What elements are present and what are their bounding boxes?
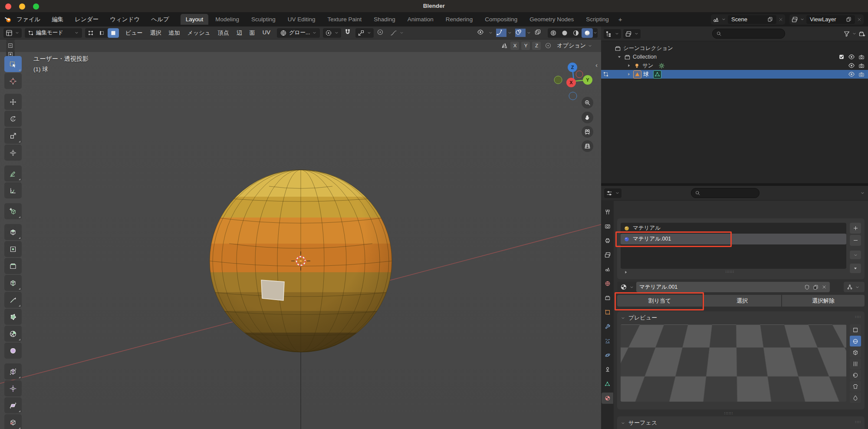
preview-type-shaderball[interactable] — [850, 370, 861, 380]
tool-scale[interactable] — [4, 128, 22, 144]
grip-dots-icon[interactable]: ∷∷∷ — [726, 270, 734, 274]
tool-rotate[interactable] — [4, 111, 22, 127]
tool-rip-region[interactable] — [4, 414, 22, 429]
new-collection-icon[interactable] — [858, 30, 865, 37]
workspace-tab-modeling[interactable]: Modeling — [210, 14, 244, 25]
tool-measure[interactable] — [4, 182, 22, 198]
properties-tab-physics[interactable] — [602, 350, 613, 361]
preview-type-sphere[interactable] — [850, 336, 861, 346]
workspace-tab-shading[interactable]: Shading — [368, 14, 401, 25]
tool-annotate[interactable] — [4, 165, 22, 182]
scene-name-field[interactable]: Scene — [728, 15, 776, 24]
properties-editor-type[interactable] — [604, 188, 621, 198]
properties-tab-modifiers[interactable] — [602, 321, 613, 332]
expand-icon[interactable] — [623, 270, 628, 275]
viewport-menu-5[interactable]: 辺 — [237, 29, 242, 37]
workspace-tab-scripting[interactable]: Scripting — [581, 14, 614, 25]
tool-bevel[interactable] — [4, 258, 22, 274]
chevron-down-icon[interactable] — [488, 30, 493, 35]
show-gizmo-toggle[interactable] — [496, 29, 506, 37]
workspace-tab-sculpting[interactable]: Sculpting — [246, 14, 281, 25]
preview-type-cloth[interactable] — [850, 381, 861, 392]
browse-material-button[interactable] — [617, 282, 639, 292]
fake-user-shield-icon[interactable] — [804, 284, 810, 290]
proportional-falloff-selector[interactable] — [388, 28, 406, 38]
viewport-menu-2[interactable]: 追加 — [169, 29, 180, 37]
properties-search[interactable] — [691, 188, 760, 198]
ortho-toggle-button[interactable] — [582, 140, 593, 152]
proportional-snap-icon[interactable] — [545, 42, 552, 49]
add-slot-button[interactable] — [850, 223, 861, 234]
tool-spin[interactable] — [4, 326, 22, 342]
move-slot-down-button[interactable] — [850, 264, 861, 273]
edge-select-button[interactable] — [96, 28, 108, 38]
eye-toggle-icon[interactable] — [848, 71, 855, 78]
workspace-tab-layout[interactable]: Layout — [181, 14, 209, 25]
view-layer-icon[interactable] — [791, 16, 798, 23]
remove-slot-button[interactable] — [850, 235, 861, 246]
show-overlays-toggle[interactable] — [515, 29, 526, 37]
preview-type-cube[interactable] — [850, 347, 861, 358]
tool-move[interactable] — [4, 94, 22, 110]
new-view-layer-icon[interactable] — [846, 16, 852, 22]
outliner-filter-mode[interactable] — [623, 29, 641, 39]
duplicate-material-icon[interactable] — [813, 284, 819, 290]
material-name-field[interactable]: マテリアル.001 — [636, 282, 830, 292]
gizmo-neg-z[interactable] — [569, 92, 577, 100]
grip-dots-icon[interactable]: ∷∷ — [855, 420, 861, 424]
gizmo-neg-x[interactable] — [576, 71, 583, 78]
properties-tab-tool[interactable] — [602, 206, 613, 218]
viewport-menu-4[interactable]: 頂点 — [218, 29, 229, 37]
zoom-view-button[interactable] — [582, 97, 593, 109]
chevron-down-icon[interactable] — [860, 191, 865, 195]
tool-cursor[interactable] — [4, 73, 22, 89]
gizmo-neg-y[interactable] — [554, 76, 562, 84]
outliner-row-サン[interactable]: サン — [601, 61, 868, 70]
view-layer-name-field[interactable]: ViewLayer — [806, 15, 855, 24]
properties-tab-output[interactable] — [602, 235, 613, 246]
workspace-tab-uv-editing[interactable]: UV Editing — [283, 14, 321, 25]
editor-type-button[interactable] — [3, 28, 22, 38]
select-button[interactable]: 選択 — [703, 295, 781, 307]
properties-tab-scene[interactable] — [602, 264, 613, 275]
mirror-icon[interactable] — [501, 42, 508, 49]
tool-transform[interactable] — [4, 145, 22, 161]
slot-specials-menu[interactable] — [850, 251, 861, 259]
material-slot-マテリアル[interactable]: マテリアル — [621, 223, 846, 234]
outliner-row-球[interactable]: 球 — [601, 70, 868, 79]
sidebar-toggle-arrow[interactable]: ‹ — [595, 61, 598, 69]
new-scene-icon[interactable] — [767, 16, 773, 22]
menu-1[interactable]: 編集 — [52, 16, 63, 23]
properties-tab-material[interactable] — [602, 393, 613, 404]
outliner-search[interactable] — [712, 29, 785, 39]
tool-inset-faces[interactable] — [4, 241, 22, 257]
assign-button[interactable]: 割り当て — [617, 295, 702, 307]
tool-shear[interactable] — [4, 397, 22, 413]
chevron-down-icon[interactable] — [852, 31, 857, 36]
mirror-axis-z[interactable]: Z — [532, 42, 541, 50]
xray-toggle[interactable] — [534, 29, 545, 37]
preview-type-flat[interactable] — [850, 324, 861, 335]
visibility-dropdown[interactable] — [477, 29, 487, 37]
rendered-shading-button[interactable] — [582, 28, 593, 38]
deselect-button[interactable]: 選択解除 — [782, 295, 865, 307]
select-mode-subtract[interactable] — [6, 41, 15, 50]
surface-section-header[interactable]: サーフェス — [621, 419, 657, 427]
chevron-down-icon[interactable] — [593, 30, 598, 35]
tool-shrink-fatten[interactable] — [4, 380, 22, 396]
chevron-down-icon[interactable] — [721, 17, 726, 22]
mirror-axis-y[interactable]: Y — [521, 42, 530, 50]
camera-toggle-icon[interactable] — [858, 71, 865, 77]
grip-dots-icon[interactable]: ∷∷ — [855, 315, 861, 319]
snap-to-selector[interactable] — [355, 28, 374, 38]
options-dropdown[interactable]: オプション — [557, 42, 592, 50]
pan-view-button[interactable] — [582, 112, 593, 123]
unlink-material-icon[interactable] — [822, 284, 827, 290]
menu-3[interactable]: ウィンドウ — [110, 16, 140, 23]
material-slot-マテリアル.001[interactable]: マテリアル.001 — [621, 234, 846, 244]
preview-type-fluid[interactable] — [850, 392, 861, 403]
outliner-row-シーンコレクション[interactable]: シーンコレクション — [601, 44, 868, 53]
3d-viewport[interactable]: 編集モード ビュー選択追加メッシュ頂点辺面UV グロー... — [0, 26, 601, 429]
camera-view-button[interactable] — [582, 126, 593, 138]
tool-poly-build[interactable] — [4, 309, 22, 325]
